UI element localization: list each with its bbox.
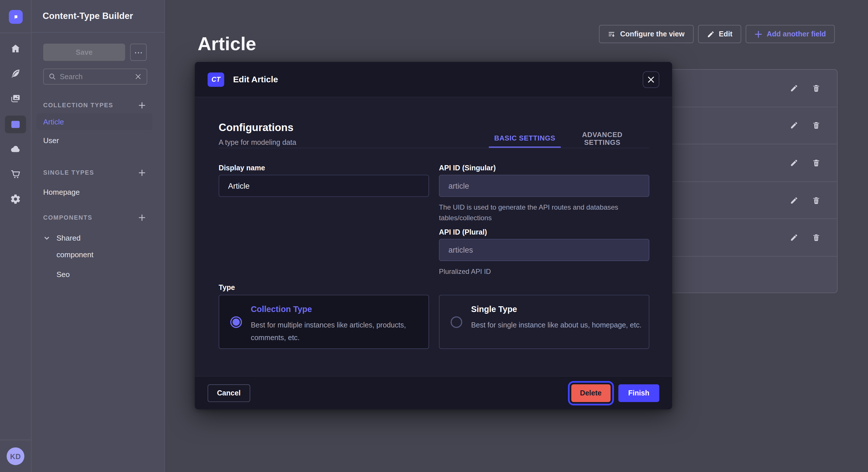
option-description: Best for single instance like about us, …	[471, 318, 648, 331]
api-id-singular-input	[439, 175, 649, 197]
radio-selected-icon[interactable]	[230, 316, 242, 328]
type-label: Type	[219, 283, 235, 291]
tab-basic-settings[interactable]: BASIC SETTINGS	[489, 129, 561, 148]
delete-button[interactable]: Delete	[571, 384, 611, 402]
radio-unselected-icon[interactable]	[451, 316, 462, 328]
modal-footer: Cancel Delete Finish	[195, 376, 672, 409]
option-description: Best for multiple instances like article…	[251, 318, 428, 344]
api-id-singular-label: API ID (Singular)	[439, 164, 496, 172]
api-id-singular-hint: The UID is used to generate the API rout…	[439, 202, 649, 224]
display-name-input[interactable]	[219, 175, 429, 197]
single-type-option[interactable]: Single Type Best for single instance lik…	[439, 295, 649, 349]
modal-body: Configurations A type for modeling data …	[195, 97, 672, 376]
option-title: Collection Type	[251, 304, 312, 314]
modal-header: CT Edit Article	[195, 62, 672, 97]
tabs-divider	[219, 148, 649, 148]
finish-button[interactable]: Finish	[618, 384, 659, 402]
content-type-badge: CT	[208, 72, 224, 87]
api-id-plural-hint: Pluralized API ID	[439, 267, 649, 277]
collection-type-option[interactable]: Collection Type Best for multiple instan…	[219, 295, 429, 349]
configurations-subheading: A type for modeling data	[219, 138, 296, 146]
api-id-plural-label: API ID (Plural)	[439, 228, 487, 236]
edit-article-modal: CT Edit Article Configurations A type fo…	[195, 62, 672, 409]
display-name-label: Display name	[219, 164, 265, 172]
modal-title: Edit Article	[233, 74, 278, 84]
cancel-button[interactable]: Cancel	[208, 384, 250, 402]
app: KD Content-Type Builder Save ⋯ COLLECTIO…	[0, 0, 868, 472]
option-title: Single Type	[471, 304, 517, 314]
configurations-heading: Configurations	[219, 122, 293, 134]
tab-advanced-settings[interactable]: ADVANCED SETTINGS	[563, 129, 642, 148]
api-id-plural-input	[439, 239, 649, 261]
close-icon[interactable]	[643, 71, 659, 88]
